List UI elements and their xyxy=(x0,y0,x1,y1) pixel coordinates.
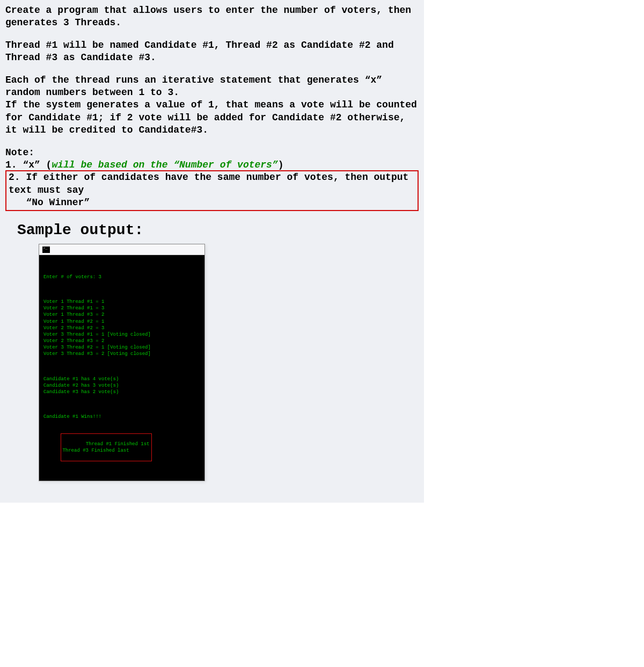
note-item-1-prefix: 1. “x” ( xyxy=(5,160,52,170)
console-window: Enter # of voters: 3 Voter 1 Thread #1 =… xyxy=(39,244,205,481)
console-titlebar xyxy=(39,244,204,255)
note-item-1-suffix: ) xyxy=(278,160,284,170)
note-item-2-container: 2. If either of candidates have the same… xyxy=(5,170,419,211)
problem-statement: Create a program that allows users to en… xyxy=(0,0,424,211)
console-finish-lines: Thread #1 Finished 1st Thread #3 Finishe… xyxy=(62,441,149,453)
console-tally-lines: Candidate #1 has 4 vote(s) Candidate #2 … xyxy=(43,376,200,395)
note-item-1: 1. “x” (will be based on the “Number of … xyxy=(5,159,419,171)
paragraph-1: Create a program that allows users to en… xyxy=(5,4,419,30)
console-vote-lines: Voter 1 Thread #1 = 1 Voter 2 Thread #1 … xyxy=(43,299,200,357)
console-body: Enter # of voters: 3 Voter 1 Thread #1 =… xyxy=(39,255,204,481)
paragraph-3: Each of the thread runs an iterative sta… xyxy=(5,74,419,137)
document-container: Create a program that allows users to en… xyxy=(0,0,424,503)
note-block: Note: 1. “x” (will be based on the “Numb… xyxy=(5,147,419,212)
console-prompt-line: Enter # of voters: 3 xyxy=(43,274,200,280)
note-item-1-italic: will be based on the “Number of voters” xyxy=(52,160,277,170)
console-winner-line: Candidate #1 Wins!!! xyxy=(43,414,200,420)
terminal-icon xyxy=(42,247,50,253)
note-heading: Note: xyxy=(5,147,419,159)
note-highlight-box: 2. If either of candidates have the same… xyxy=(5,170,419,211)
paragraph-2: Thread #1 will be named Candidate #1, Th… xyxy=(5,39,419,64)
note-item-2: 2. If either of candidates have the same… xyxy=(9,171,415,209)
sample-output-heading: Sample output: xyxy=(17,222,424,238)
console-finish-highlight: Thread #1 Finished 1st Thread #3 Finishe… xyxy=(61,433,152,462)
